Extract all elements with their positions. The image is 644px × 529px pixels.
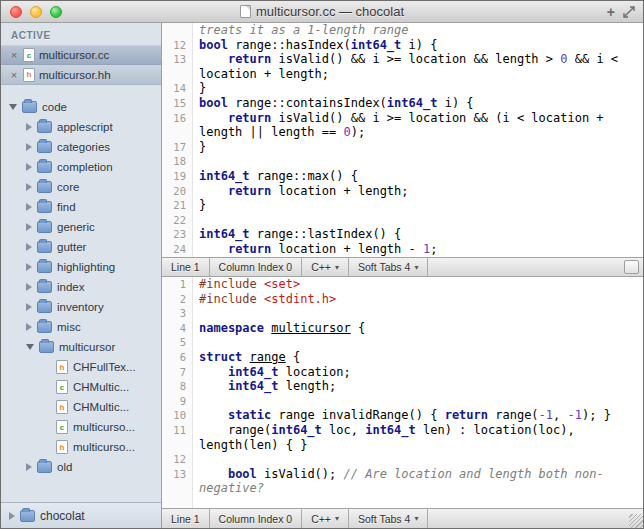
status-segment-soft-tabs-4[interactable]: Soft Tabs 4▾ [349, 258, 428, 276]
code-text [192, 394, 199, 409]
code-line[interactable]: 7 int64_t location; [162, 365, 643, 380]
code-line[interactable]: length || length == 0); [162, 125, 643, 140]
line-number: 19 [162, 169, 192, 184]
code-line[interactable]: 23int64_t range::lastIndex() { [162, 227, 643, 242]
code-line[interactable]: treats it as a 1-length range [162, 23, 643, 38]
tree-item-gutter[interactable]: gutter [1, 237, 161, 257]
code-line[interactable]: 18 [162, 154, 643, 169]
code-line[interactable]: 14} [162, 81, 643, 96]
code-line[interactable]: 19int64_t range::max() { [162, 169, 643, 184]
tree-item-index[interactable]: index [1, 277, 161, 297]
disclosure-triangle-icon[interactable] [26, 323, 32, 331]
status-segment-c-[interactable]: C++▾ [302, 509, 349, 528]
tree-item-misc[interactable]: misc [1, 317, 161, 337]
status-segment-c-[interactable]: C++▾ [302, 258, 349, 276]
line-number: 21 [162, 198, 192, 213]
tree-item-multicurso-[interactable]: cmulticurso... [1, 417, 161, 437]
close-window-button[interactable] [10, 6, 22, 18]
line-number [162, 125, 192, 140]
title-bar[interactable]: multicursor.cc — chocolat + [1, 1, 643, 23]
tree-item-applescript[interactable]: applescript [1, 117, 161, 137]
code-line[interactable]: 11 range(int64_t loc, int64_t len) : loc… [162, 423, 643, 438]
tree-item-chfulltex-[interactable]: hCHFullTex... [1, 357, 161, 377]
code-line[interactable]: length(len) { } [162, 438, 643, 453]
code-line[interactable]: 2#include <stdint.h> [162, 292, 643, 307]
status-segment-line-1[interactable]: Line 1 [162, 509, 210, 528]
disclosure-triangle-icon[interactable] [26, 344, 34, 350]
tree-item-old[interactable]: old [1, 457, 161, 477]
minimize-window-button[interactable] [30, 6, 42, 18]
code-line[interactable]: 22 [162, 213, 643, 228]
active-file-multicursor.cc[interactable]: ×cmulticursor.cc [1, 45, 161, 65]
disclosure-triangle-icon[interactable] [26, 263, 32, 271]
close-file-icon[interactable]: × [9, 49, 19, 61]
status-segment-label: C++ [311, 513, 331, 525]
split-view-button[interactable] [624, 260, 639, 274]
disclosure-triangle-icon[interactable] [26, 123, 32, 131]
tree-item-core[interactable]: core [1, 177, 161, 197]
code-line[interactable]: 16 return isValid() && i >= location && … [162, 111, 643, 126]
tree-item-multicursor[interactable]: multicursor [1, 337, 161, 357]
new-tab-icon[interactable]: + [607, 5, 615, 19]
disclosure-triangle-icon[interactable] [26, 143, 32, 151]
line-number: 6 [162, 350, 192, 365]
disclosure-triangle-icon[interactable] [26, 183, 32, 191]
tree-item-code[interactable]: code [1, 97, 161, 117]
folder-icon [20, 510, 35, 522]
tree-item-completion[interactable]: completion [1, 157, 161, 177]
tree-item-label: misc [57, 321, 81, 333]
file-glyph: h [60, 403, 65, 412]
active-file-multicursor.hh[interactable]: ×hmulticursor.hh [1, 65, 161, 85]
code-line[interactable]: 6struct range { [162, 350, 643, 365]
code-line[interactable]: location + length; [162, 67, 643, 82]
code-line[interactable]: 13 return isValid() && i >= location && … [162, 52, 643, 67]
tree-item-highlighting[interactable]: highlighting [1, 257, 161, 277]
code-line[interactable]: 15bool range::containsIndex(int64_t i) { [162, 96, 643, 111]
code-line[interactable]: 3 [162, 306, 643, 321]
code-line[interactable]: 13 bool isValid(); // Are location and l… [162, 467, 643, 482]
status-segment-label: Line 1 [171, 261, 200, 273]
disclosure-triangle-icon[interactable] [9, 512, 15, 520]
code-line[interactable]: 1#include <set> [162, 277, 643, 292]
disclosure-triangle-icon[interactable] [26, 203, 32, 211]
code-line[interactable]: 20 return location + length; [162, 184, 643, 199]
project-root-item[interactable]: chocolat [1, 502, 161, 528]
code-line[interactable]: 8 int64_t length; [162, 379, 643, 394]
code-line[interactable]: 10 static range invalidRange() { return … [162, 408, 643, 423]
code-line[interactable]: 24 return location + length - 1; [162, 242, 643, 257]
status-segment-soft-tabs-4[interactable]: Soft Tabs 4▾ [349, 509, 428, 528]
editor-pane-bottom[interactable]: 1#include <set>2#include <stdint.h>34nam… [162, 277, 643, 508]
close-file-icon[interactable]: × [9, 69, 19, 81]
code-line[interactable]: negative? [162, 481, 643, 496]
disclosure-triangle-icon[interactable] [26, 223, 32, 231]
disclosure-triangle-icon[interactable] [26, 243, 32, 251]
code-line[interactable]: 12bool range::hasIndex(int64_t i) { [162, 38, 643, 53]
line-number: 13 [162, 52, 192, 67]
status-segment-column-index-0[interactable]: Column Index 0 [210, 258, 303, 276]
code-line[interactable]: 17} [162, 140, 643, 155]
tree-item-label: categories [57, 141, 110, 153]
tree-item-inventory[interactable]: inventory [1, 297, 161, 317]
disclosure-triangle-icon[interactable] [26, 163, 32, 171]
tree-item-chmultic-[interactable]: cCHMultic... [1, 377, 161, 397]
disclosure-triangle-icon[interactable] [26, 283, 32, 291]
disclosure-triangle-icon[interactable] [26, 303, 32, 311]
editor-pane-top[interactable]: treats it as a 1-length range12bool rang… [162, 23, 643, 257]
disclosure-triangle-icon[interactable] [26, 463, 32, 471]
fullscreen-icon[interactable] [623, 6, 635, 18]
code-line[interactable]: 21} [162, 198, 643, 213]
code-line[interactable]: 5 [162, 335, 643, 350]
code-line[interactable]: 12 [162, 452, 643, 467]
disclosure-triangle-icon[interactable] [9, 104, 17, 110]
zoom-window-button[interactable] [50, 6, 62, 18]
resize-grip[interactable] [629, 514, 643, 528]
code-line[interactable]: 9 [162, 394, 643, 409]
status-segment-column-index-0[interactable]: Column Index 0 [210, 509, 303, 528]
tree-item-chmultic-[interactable]: hCHMultic... [1, 397, 161, 417]
tree-item-categories[interactable]: categories [1, 137, 161, 157]
tree-item-generic[interactable]: generic [1, 217, 161, 237]
status-segment-line-1[interactable]: Line 1 [162, 258, 210, 276]
tree-item-multicurso-[interactable]: hmulticurso... [1, 437, 161, 457]
code-line[interactable]: 4namespace multicursor { [162, 321, 643, 336]
tree-item-find[interactable]: find [1, 197, 161, 217]
